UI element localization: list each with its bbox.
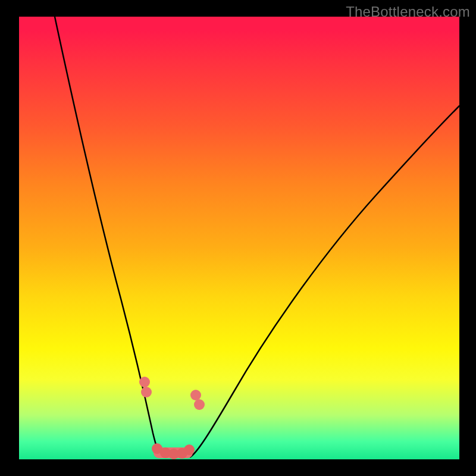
chart-svg bbox=[19, 17, 459, 459]
marker-point bbox=[190, 390, 201, 400]
marker-point bbox=[141, 387, 152, 397]
marker-point bbox=[184, 444, 195, 455]
marker-point bbox=[139, 377, 150, 387]
watermark-text: TheBottleneck.com bbox=[346, 4, 470, 20]
chart-plot-area bbox=[19, 17, 459, 459]
right-curve bbox=[190, 106, 459, 457]
marker-point bbox=[194, 399, 205, 410]
